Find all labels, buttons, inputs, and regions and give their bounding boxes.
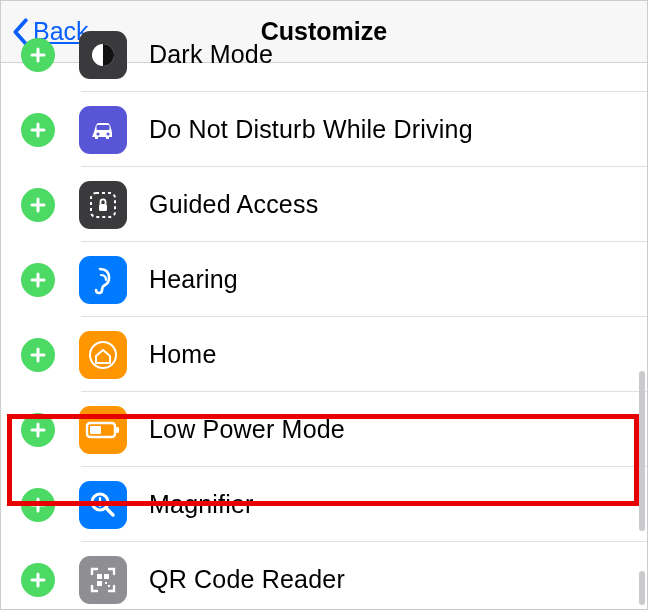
list-item-qr-code-reader[interactable]: QR Code Reader (1, 542, 647, 610)
qr-code-icon (79, 556, 127, 604)
plus-icon (29, 46, 47, 64)
settings-customize-screen: Back Customize Dark Mode (0, 0, 648, 610)
guided-access-icon (79, 181, 127, 229)
list-item-dnd-driving[interactable]: Do Not Disturb While Driving (1, 92, 647, 167)
add-button[interactable] (21, 38, 55, 72)
add-button[interactable] (21, 563, 55, 597)
ear-icon (79, 256, 127, 304)
svg-point-6 (106, 132, 109, 135)
svg-line-25 (106, 508, 113, 515)
battery-icon (79, 406, 127, 454)
list-item-label: Hearing (149, 265, 238, 294)
list-item-label: Magnifier (149, 490, 254, 519)
list-item-magnifier[interactable]: Magnifier (1, 467, 647, 542)
magnifier-icon (79, 481, 127, 529)
svg-rect-20 (90, 426, 101, 434)
svg-rect-7 (97, 125, 110, 130)
svg-rect-33 (105, 582, 107, 584)
add-button[interactable] (21, 413, 55, 447)
svg-rect-34 (108, 585, 110, 587)
add-button[interactable] (21, 488, 55, 522)
svg-rect-11 (99, 204, 107, 211)
home-icon (79, 331, 127, 379)
list-item-guided-access[interactable]: Guided Access (1, 167, 647, 242)
car-icon (79, 106, 127, 154)
add-button[interactable] (21, 338, 55, 372)
scrollbar[interactable] (639, 571, 645, 605)
add-button[interactable] (21, 263, 55, 297)
svg-rect-21 (116, 427, 119, 433)
dark-mode-icon (79, 31, 127, 79)
list-item-dark-mode[interactable]: Dark Mode (1, 17, 647, 92)
add-button[interactable] (21, 188, 55, 222)
plus-icon (29, 271, 47, 289)
plus-icon (29, 196, 47, 214)
svg-rect-30 (97, 574, 102, 579)
plus-icon (29, 571, 47, 589)
list-item-label: QR Code Reader (149, 565, 345, 594)
scrollbar[interactable] (639, 371, 645, 531)
plus-icon (29, 421, 47, 439)
svg-rect-32 (97, 581, 102, 586)
svg-point-5 (96, 132, 99, 135)
plus-icon (29, 346, 47, 364)
list-item-hearing[interactable]: Hearing (1, 242, 647, 317)
list-item-label: Low Power Mode (149, 415, 345, 444)
controls-list: Dark Mode Do Not Disturb While Driving (1, 17, 647, 610)
svg-rect-31 (104, 574, 109, 579)
plus-icon (29, 121, 47, 139)
svg-point-16 (90, 342, 116, 368)
list-item-low-power-mode[interactable]: Low Power Mode (1, 392, 647, 467)
list-item-label: Do Not Disturb While Driving (149, 115, 473, 144)
list-item-label: Guided Access (149, 190, 318, 219)
list-item-label: Home (149, 340, 217, 369)
add-button[interactable] (21, 113, 55, 147)
list-item-label: Dark Mode (149, 40, 273, 69)
plus-icon (29, 496, 47, 514)
list-item-home[interactable]: Home (1, 317, 647, 392)
